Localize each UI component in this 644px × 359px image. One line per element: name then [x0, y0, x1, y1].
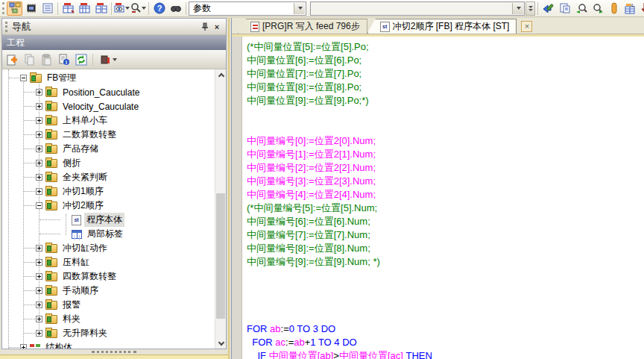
expand-icon[interactable] [36, 174, 42, 181]
navigation-titlebar[interactable]: 导航 × [2, 19, 226, 35]
device-display-button[interactable] [114, 1, 130, 16]
sort-button[interactable] [97, 52, 119, 67]
parameter-combobox[interactable]: 参数 [189, 1, 306, 16]
edit-mode-button[interactable] [540, 1, 556, 16]
tree-item[interactable]: Velocity_Cauculate [2, 99, 215, 113]
device-batch-button[interactable] [93, 1, 109, 16]
expand-icon[interactable] [36, 146, 42, 152]
device-memory-icon [79, 2, 91, 14]
watch-dropdown[interactable] [142, 7, 146, 10]
tree-item[interactable]: 结构体 [2, 340, 215, 349]
expand-icon[interactable] [36, 131, 42, 138]
expand-icon[interactable] [36, 160, 42, 166]
tree-scrollbar[interactable] [215, 69, 226, 349]
sort-dropdown[interactable] [113, 58, 117, 61]
scroll-down-button[interactable] [215, 338, 226, 349]
tree-item-label: 冲切缸动作 [60, 241, 110, 255]
find-button[interactable] [168, 1, 183, 16]
import-button[interactable] [639, 1, 644, 16]
expand-icon[interactable] [36, 330, 42, 337]
expand-icon[interactable] [36, 302, 42, 308]
folder-icon [45, 131, 57, 140]
scroll-up-button[interactable] [215, 69, 226, 80]
code-line: (*中间量编号[5]:=位置[5].Num; [247, 202, 644, 215]
expand-icon[interactable] [36, 287, 42, 294]
svg-text:i: i [66, 60, 67, 65]
tree-item-label: 上料单小车 [60, 113, 110, 128]
tab-close-button[interactable]: × [521, 21, 532, 32]
find-previous-button[interactable] [573, 1, 589, 16]
tab-st-program-body[interactable]: st 冲切2顺序 [FB] 程序本体 [ST] [367, 19, 517, 34]
secondary-combobox-arrow[interactable] [512, 3, 523, 14]
tree-item[interactable]: Position_Cauculate [2, 85, 215, 99]
tree-item[interactable]: 无升降料夹 [2, 326, 215, 340]
navigation-window-button[interactable] [7, 1, 22, 16]
tree-item[interactable]: 局部标签 [2, 227, 215, 241]
tree-item[interactable]: 侧折 [2, 156, 215, 170]
tree-item[interactable]: 压料缸 [2, 255, 215, 269]
close-icon: × [215, 22, 219, 31]
tree-item[interactable]: 全夹紧判断 [2, 170, 215, 184]
secondary-combobox[interactable] [310, 1, 525, 16]
panel-splitter[interactable] [1, 349, 227, 355]
project-tree-list[interactable]: FB管理Position_CauculateVelocity_Cauculate… [2, 69, 215, 349]
expand-icon[interactable] [36, 89, 42, 96]
folder-icon [45, 159, 57, 168]
tree-item[interactable]: 上料单小车 [2, 113, 215, 128]
expand-icon[interactable] [36, 245, 42, 252]
expand-icon[interactable] [20, 344, 27, 349]
tab-prg-feed[interactable]: [PRG]R 写入 feed 796步 [238, 19, 367, 34]
expand-icon[interactable] [36, 259, 42, 266]
bookmark-button[interactable] [606, 1, 622, 16]
help-button[interactable]: ? [151, 1, 167, 16]
il-display-icon: IL [625, 2, 637, 14]
expand-icon[interactable] [36, 188, 42, 195]
tree-item[interactable]: 手动顺序 [2, 284, 215, 298]
tree-item[interactable]: 料夹 [2, 312, 215, 326]
expand-icon[interactable] [36, 273, 42, 280]
expand-icon[interactable] [36, 316, 42, 322]
device-comment-button[interactable] [60, 1, 76, 16]
refresh-button[interactable] [74, 52, 89, 67]
collapse-icon[interactable] [36, 202, 42, 209]
paste-data-button[interactable] [40, 52, 54, 67]
paste-data-icon [41, 54, 53, 66]
code-line: 中间量编号[7]:=位置[7].Num; [247, 228, 644, 242]
tree-item[interactable]: 冲切2顺序 [2, 199, 215, 213]
il-display-button[interactable]: IL [622, 1, 638, 16]
duplicate-window-button[interactable] [557, 1, 572, 16]
copy-data-button[interactable] [22, 52, 37, 67]
tree-connector [24, 177, 35, 178]
collapse-icon[interactable] [20, 75, 27, 81]
tree-item[interactable]: 二数算数转整 [2, 128, 215, 142]
toolbar-grip[interactable] [2, 2, 4, 14]
find-next-button[interactable] [590, 1, 605, 16]
close-panel-button[interactable]: × [211, 21, 223, 32]
prg-file-icon [250, 22, 259, 32]
navigation-titlebar-grip[interactable] [5, 22, 8, 32]
property-button[interactable]: i [57, 52, 72, 67]
folder-icon [45, 202, 57, 210]
tree-item[interactable]: 冲切缸动作 [2, 241, 215, 255]
expand-icon[interactable] [36, 103, 42, 110]
device-memory-button[interactable] [77, 1, 92, 16]
tree-item[interactable]: 四数算数转整 [2, 269, 215, 284]
toolbar-overflow-button[interactable] [525, 1, 535, 16]
st-file-icon: st [380, 22, 390, 32]
parameter-combobox-arrow[interactable] [294, 3, 305, 14]
expand-icon[interactable] [36, 117, 42, 124]
scrollbar-thumb[interactable] [216, 193, 225, 319]
watch-button[interactable] [130, 1, 146, 16]
bottom-panel-strip [0, 355, 230, 359]
tree-item[interactable]: 产品存储 [2, 142, 215, 156]
pin-button[interactable] [199, 21, 211, 32]
code-area[interactable]: (*中间量位置[5]:=位置[5].Po;中间量位置[6]:=位置[6].Po;… [242, 37, 644, 359]
device-display-dropdown[interactable] [125, 7, 130, 10]
tree-item[interactable]: FB管理 [2, 71, 215, 85]
program-list-button[interactable] [40, 1, 55, 16]
tree-item[interactable]: 冲切1顺序 [2, 184, 215, 199]
tree-item[interactable]: 报警 [2, 298, 215, 312]
tree-item[interactable]: st程序本体 [2, 213, 215, 227]
module-configuration-button[interactable] [23, 1, 39, 16]
new-data-button[interactable] [5, 52, 20, 67]
